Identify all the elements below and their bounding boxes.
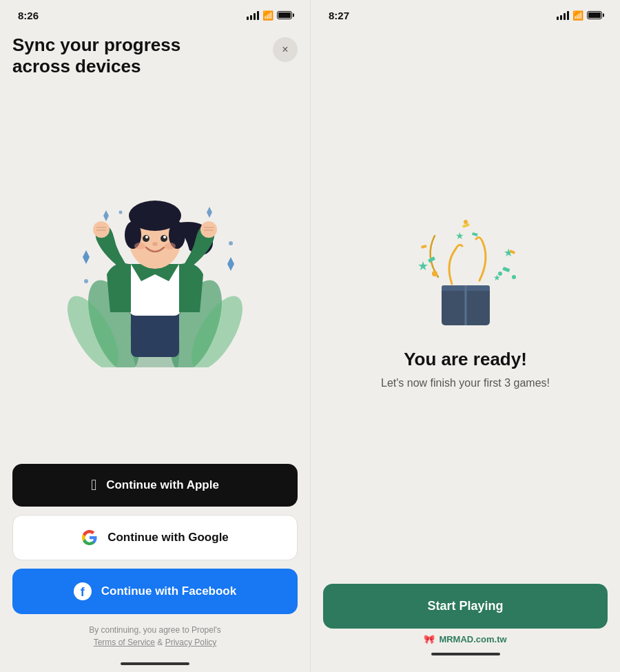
facebook-button-label: Continue with Facebook xyxy=(101,584,236,598)
signal-icon-left xyxy=(247,10,259,20)
svg-point-46 xyxy=(464,220,468,224)
magic-box-illustration: ★ ★ ★ ★ xyxy=(397,208,535,332)
continue-with-apple-button[interactable]:  Continue with Apple xyxy=(12,464,298,507)
legal-text: By continuing, you agree to Propel's Ter… xyxy=(12,624,298,658)
svg-point-22 xyxy=(93,221,110,238)
svg-point-25 xyxy=(200,221,217,238)
tos-link[interactable]: Terms of Service xyxy=(94,638,155,647)
home-indicator-right xyxy=(431,653,500,655)
close-button[interactable]: × xyxy=(273,37,298,62)
svg-rect-39 xyxy=(502,267,510,272)
ready-subtitle: Let's now finish your first 3 games! xyxy=(381,377,550,389)
svg-point-29 xyxy=(229,241,233,245)
svg-text:★: ★ xyxy=(455,230,464,241)
svg-point-19 xyxy=(134,243,145,250)
close-icon: × xyxy=(282,43,288,56)
right-bottom-area: Start Playing 🎀 MRMAD.com.tw xyxy=(323,584,608,672)
status-time-right: 8:27 xyxy=(329,10,349,21)
apple-icon:  xyxy=(91,478,96,493)
continue-with-facebook-button[interactable]: f Continue with Facebook xyxy=(12,569,298,614)
facebook-icon: f xyxy=(74,582,92,600)
status-bar-right: 8:27 📶 100 xyxy=(323,0,608,28)
apple-button-label: Continue with Apple xyxy=(106,478,219,492)
wifi-icon-right: 📶 xyxy=(572,10,583,21)
watermark: 🎀 MRMAD.com.tw xyxy=(323,629,608,649)
magic-box-svg: ★ ★ ★ ★ xyxy=(397,208,535,332)
svg-rect-40 xyxy=(471,232,477,236)
character-illustration xyxy=(12,77,298,464)
ready-title: You are ready! xyxy=(404,349,527,370)
status-icons-left: 📶 100 xyxy=(247,10,292,21)
status-time-left: 8:26 xyxy=(18,10,39,21)
svg-point-17 xyxy=(145,236,148,238)
google-icon xyxy=(81,529,98,546)
svg-point-30 xyxy=(119,210,123,214)
svg-rect-41 xyxy=(421,245,427,249)
signal-icon-right xyxy=(557,10,569,20)
svg-point-45 xyxy=(498,272,502,276)
status-bar-left: 8:26 📶 100 xyxy=(12,0,298,28)
svg-point-18 xyxy=(163,236,166,238)
bow-icon: 🎀 xyxy=(424,634,435,644)
svg-point-21 xyxy=(152,242,158,246)
svg-point-12 xyxy=(130,202,180,227)
svg-point-28 xyxy=(84,279,88,283)
continue-with-google-button[interactable]: Continue with Google xyxy=(12,515,298,560)
privacy-link[interactable]: Privacy Policy xyxy=(165,638,217,647)
svg-point-20 xyxy=(165,243,176,250)
svg-rect-5 xyxy=(131,309,179,357)
right-panel: 8:27 📶 100 xyxy=(310,0,620,672)
svg-point-47 xyxy=(512,275,516,279)
battery-icon-left: 100 xyxy=(277,11,292,19)
home-indicator-left xyxy=(121,662,189,665)
left-panel: 8:26 📶 100 Sync your progress across dev… xyxy=(0,0,310,672)
page-title: Sync your progress across devices xyxy=(12,34,273,77)
status-icons-right: 📶 100 xyxy=(557,10,602,21)
right-main-content: ★ ★ ★ ★ xyxy=(323,28,608,584)
start-playing-button[interactable]: Start Playing xyxy=(323,584,608,629)
battery-icon-right: 100 xyxy=(587,11,602,19)
svg-text:★: ★ xyxy=(417,259,428,273)
character-svg xyxy=(52,174,258,367)
svg-point-44 xyxy=(432,271,437,276)
google-button-label: Continue with Google xyxy=(107,531,229,544)
header: Sync your progress across devices × xyxy=(12,28,298,77)
wifi-icon-left: 📶 xyxy=(262,10,273,21)
